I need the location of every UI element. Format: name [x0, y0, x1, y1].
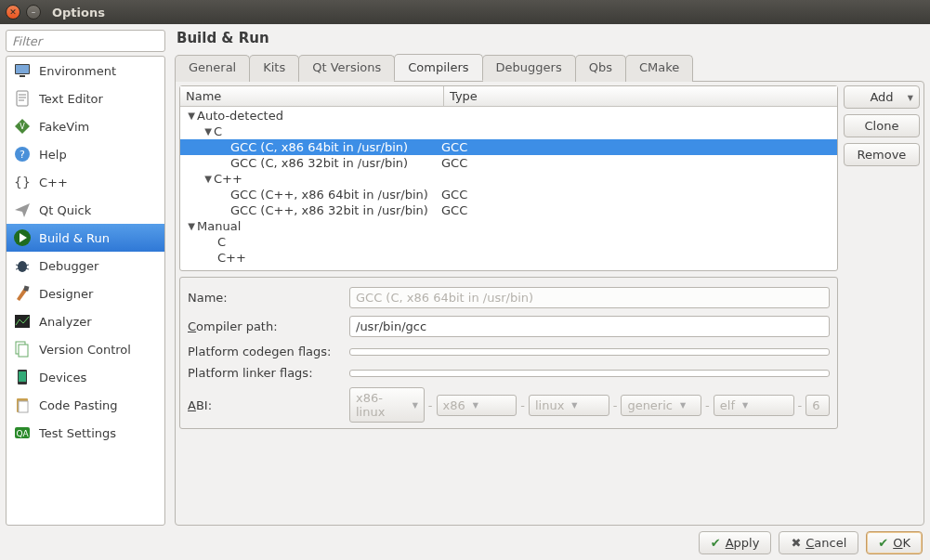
- window-close-button[interactable]: ✕: [6, 5, 20, 20]
- compilers-tree[interactable]: Name Type ▼Auto-detected ▼C: [179, 85, 838, 271]
- abi-sub-select[interactable]: x86▼: [437, 395, 517, 416]
- tab-qbs[interactable]: Qbs: [575, 55, 626, 82]
- sidebar-item-build-run[interactable]: Build & Run: [7, 224, 164, 252]
- sidebar-item-debugger[interactable]: Debugger: [7, 252, 164, 280]
- sidebar-item-label: Environment: [39, 64, 116, 78]
- sidebar-item-label: Text Editor: [39, 92, 103, 106]
- svg-text:QA: QA: [16, 429, 29, 438]
- chevron-down-icon[interactable]: ▼: [203, 124, 214, 139]
- monitor-icon: [13, 61, 32, 80]
- vim-icon: V: [13, 117, 32, 136]
- tree-row-gcc-cpp32[interactable]: GCC (C++, x86 32bit in /usr/bin) GCC: [180, 202, 837, 218]
- tree-row-gcc-cpp64[interactable]: GCC (C++, x86 64bit in /usr/bin) GCC: [180, 187, 837, 202]
- svg-text:{}: {}: [14, 175, 31, 189]
- add-button[interactable]: Add▼: [844, 85, 920, 109]
- category-sidebar: Environment Text Editor V FakeVim ? Help…: [6, 56, 165, 526]
- sidebar-item-cpp[interactable]: {} C++: [7, 168, 164, 196]
- braces-icon: {}: [13, 173, 32, 191]
- sidebar-item-version-control[interactable]: Version Control: [7, 335, 164, 363]
- name-input[interactable]: GCC (C, x86 64bit in /usr/bin): [349, 287, 830, 308]
- window-title: Options: [52, 6, 105, 20]
- sidebar-item-label: Qt Quick: [39, 203, 91, 217]
- tree-group-manual[interactable]: ▼Manual: [180, 218, 837, 234]
- window-titlebar: ✕ – Options: [0, 0, 930, 24]
- svg-rect-25: [19, 371, 26, 382]
- tree-row-manual-c[interactable]: C: [180, 234, 837, 250]
- sidebar-item-label: Build & Run: [39, 231, 110, 245]
- abi-width-select[interactable]: 6: [806, 395, 830, 416]
- tree-row-gcc-c32[interactable]: GCC (C, x86 32bit in /usr/bin) GCC: [180, 155, 837, 171]
- sidebar-item-label: C++: [39, 176, 68, 189]
- tree-subgroup-cpp[interactable]: ▼C++: [180, 171, 837, 187]
- tab-compilers[interactable]: Compilers: [394, 54, 482, 81]
- apply-button[interactable]: ✔ Apply: [699, 531, 772, 554]
- tree-row-manual-cpp[interactable]: C++: [180, 250, 837, 266]
- sidebar-item-label: FakeVim: [39, 120, 89, 134]
- remove-button[interactable]: Remove: [844, 143, 920, 166]
- compilers-panel: Name Type ▼Auto-detected ▼C: [175, 81, 924, 526]
- paintbrush-icon: [13, 284, 32, 303]
- label-compiler-path: Compiler path:: [188, 319, 344, 333]
- chevron-down-icon: ▼: [413, 401, 418, 410]
- close-icon: ✖: [791, 536, 801, 550]
- chevron-down-icon[interactable]: ▼: [203, 171, 214, 187]
- compiler-details: Name: GCC (C, x86 64bit in /usr/bin) Com…: [179, 277, 838, 429]
- svg-rect-2: [20, 75, 25, 77]
- chevron-down-icon[interactable]: ▼: [186, 108, 197, 124]
- sidebar-item-label: Designer: [39, 287, 93, 301]
- tab-general[interactable]: General: [175, 55, 250, 82]
- compiler-path-input[interactable]: /usr/bin/gcc: [349, 316, 830, 337]
- label-abi: ABI:: [188, 398, 344, 412]
- sidebar-item-label: Test Settings: [39, 426, 116, 440]
- svg-rect-23: [19, 345, 28, 357]
- chevron-down-icon: ▼: [473, 401, 478, 410]
- document-icon: [13, 89, 32, 108]
- chevron-down-icon[interactable]: ▼: [186, 218, 197, 234]
- tree-group-auto[interactable]: ▼Auto-detected: [180, 108, 837, 124]
- bug-icon: [13, 256, 32, 275]
- clone-button[interactable]: Clone: [844, 114, 920, 137]
- column-header-type[interactable]: Type: [444, 86, 837, 106]
- sidebar-item-devices[interactable]: Devices: [7, 363, 164, 391]
- tab-qt-versions[interactable]: Qt Versions: [298, 55, 395, 82]
- sidebar-item-label: Code Pasting: [39, 398, 118, 412]
- sidebar-item-label: Analyzer: [39, 315, 92, 329]
- abi-flavor-select[interactable]: generic▼: [621, 395, 701, 416]
- svg-rect-1: [16, 65, 29, 73]
- tab-bar: General Kits Qt Versions Compilers Debug…: [175, 54, 924, 81]
- abi-os-select[interactable]: linux▼: [529, 395, 609, 416]
- window-minimize-button[interactable]: –: [26, 5, 41, 20]
- filter-input[interactable]: Filter: [6, 30, 165, 52]
- hammer-run-icon: [13, 228, 32, 247]
- tab-cmake[interactable]: CMake: [625, 55, 693, 82]
- svg-point-15: [18, 261, 27, 272]
- sidebar-item-test-settings[interactable]: QA Test Settings: [7, 419, 164, 447]
- sidebar-item-analyzer[interactable]: Analyzer: [7, 307, 164, 335]
- ok-button[interactable]: ✔ OK: [866, 531, 923, 554]
- sidebar-item-qtquick[interactable]: Qt Quick: [7, 196, 164, 224]
- svg-rect-3: [17, 91, 28, 106]
- abi-arch-select[interactable]: x86-linux▼: [349, 387, 425, 423]
- tree-row-gcc-c64[interactable]: GCC (C, x86 64bit in /usr/bin) GCC: [180, 139, 837, 155]
- label-linker-flags: Platform linker flags:: [188, 366, 344, 380]
- linker-flags-input[interactable]: [349, 370, 830, 377]
- clipboard-icon: [13, 396, 32, 414]
- qa-icon: QA: [13, 423, 32, 442]
- sidebar-item-designer[interactable]: Designer: [7, 280, 164, 307]
- sidebar-item-text-editor[interactable]: Text Editor: [7, 85, 164, 112]
- tree-subgroup-c[interactable]: ▼C: [180, 124, 837, 139]
- label-name: Name:: [188, 291, 344, 305]
- sidebar-item-environment[interactable]: Environment: [7, 57, 164, 85]
- sidebar-item-fakevim[interactable]: V FakeVim: [7, 112, 164, 140]
- column-header-name[interactable]: Name: [180, 86, 444, 106]
- abi-fmt-select[interactable]: elf▼: [714, 395, 794, 416]
- tab-debuggers[interactable]: Debuggers: [482, 55, 576, 82]
- sidebar-item-code-pasting[interactable]: Code Pasting: [7, 391, 164, 419]
- paper-plane-icon: [13, 201, 32, 219]
- codegen-flags-input[interactable]: [349, 348, 830, 356]
- sidebar-item-help[interactable]: ? Help: [7, 140, 164, 168]
- tab-kits[interactable]: Kits: [249, 55, 299, 82]
- cancel-button[interactable]: ✖ Cancel: [779, 531, 858, 554]
- check-icon: ✔: [711, 536, 721, 550]
- sidebar-item-label: Debugger: [39, 259, 98, 273]
